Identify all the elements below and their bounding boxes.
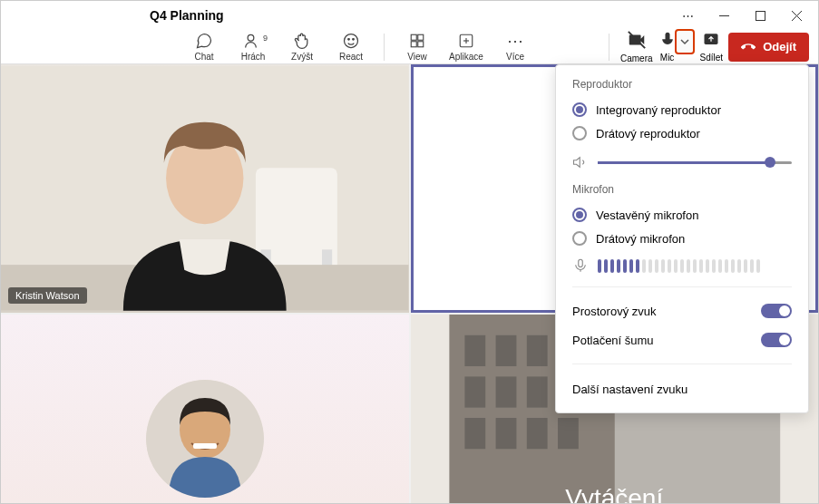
- svg-point-4: [248, 34, 254, 41]
- apps-label: Aplikace: [449, 52, 483, 62]
- chat-icon: [195, 32, 213, 50]
- mic-label: Mic: [660, 53, 675, 63]
- svg-rect-31: [464, 334, 485, 365]
- video-grid: Kristin Watson Wade Warren Ralph Edwards: [1, 64, 818, 504]
- more-options-icon[interactable]: ⋯: [669, 1, 706, 30]
- audio-settings-panel: Reproduktor Integrovaný reproduktor Drát…: [555, 64, 809, 413]
- participant-video: [1, 64, 409, 313]
- option-label: Integrovaný reproduktor: [596, 103, 721, 117]
- svg-rect-40: [495, 418, 516, 449]
- people-icon: 9: [244, 32, 262, 50]
- chevron-down-icon: [680, 37, 689, 46]
- radio-icon: [572, 231, 587, 246]
- spatial-audio-toggle-row: Prostorový zvuk: [572, 296, 792, 325]
- meeting-toolbar: Chat 9 Hrách Zvýšt React View Aplikace ⋯…: [1, 30, 818, 64]
- svg-rect-42: [558, 418, 579, 449]
- share-label: Sdílet: [700, 53, 724, 63]
- dialing-status: Vytáčení: [565, 484, 663, 504]
- view-label: View: [407, 52, 427, 62]
- svg-rect-43: [411, 315, 449, 504]
- svg-rect-28: [193, 443, 217, 449]
- svg-rect-36: [495, 376, 516, 407]
- svg-rect-35: [464, 376, 485, 407]
- mic-option-builtin[interactable]: Vestavěný mikrofon: [572, 203, 792, 227]
- maximize-button[interactable]: [742, 1, 778, 30]
- react-button[interactable]: React: [329, 32, 373, 62]
- view-button[interactable]: View: [395, 32, 439, 62]
- plus-square-icon: [458, 32, 474, 50]
- chat-label: Chat: [194, 52, 213, 62]
- meeting-title: Q4 Planning: [150, 8, 224, 23]
- toggle-label: Prostorový zvuk: [572, 305, 656, 318]
- radio-icon: [572, 126, 587, 141]
- minimize-button[interactable]: [706, 1, 742, 30]
- svg-rect-10: [411, 42, 416, 47]
- mic-icon: [658, 31, 677, 51]
- more-label: Více: [506, 52, 524, 62]
- people-button[interactable]: 9 Hrách: [231, 32, 275, 62]
- toggle-label: Potlačení šumu: [572, 334, 654, 347]
- svg-rect-32: [495, 334, 516, 365]
- people-count: 9: [263, 34, 268, 43]
- svg-point-5: [345, 34, 358, 48]
- noise-suppression-toggle[interactable]: [761, 333, 792, 347]
- radio-checked-icon: [572, 208, 587, 222]
- divider: [572, 286, 792, 287]
- speaker-icon: [572, 154, 589, 170]
- leave-button[interactable]: Odejít: [728, 33, 809, 62]
- camera-label: Camera: [620, 53, 653, 63]
- slider-thumb[interactable]: [765, 157, 775, 168]
- participant-name: Kristin Watson: [8, 287, 87, 304]
- svg-rect-11: [418, 42, 424, 47]
- svg-rect-33: [526, 334, 547, 365]
- svg-point-6: [348, 39, 350, 41]
- camera-off-icon: [627, 30, 647, 52]
- speaker-option-wired[interactable]: Drátový reproduktor: [572, 121, 792, 145]
- divider: [384, 34, 385, 61]
- mic-options-dropdown[interactable]: [675, 29, 695, 54]
- people-label: Hrách: [241, 52, 266, 62]
- spatial-audio-toggle[interactable]: [761, 304, 792, 318]
- react-label: React: [339, 52, 363, 62]
- avatar: [146, 380, 264, 498]
- raise-label: Zvýšt: [291, 52, 313, 62]
- svg-rect-8: [411, 34, 416, 40]
- option-label: Drátový reproduktor: [596, 127, 700, 141]
- svg-rect-37: [526, 376, 547, 407]
- mic-button[interactable]: Mic: [658, 31, 677, 63]
- raise-hand-button[interactable]: Zvýšt: [280, 32, 324, 62]
- emoji-icon: [342, 32, 360, 50]
- option-label: Drátový mikrofon: [596, 232, 685, 246]
- mic-level-row: [572, 257, 792, 274]
- hand-icon: [293, 32, 311, 50]
- volume-slider[interactable]: [598, 161, 792, 164]
- svg-point-7: [353, 39, 355, 41]
- speaker-heading: Reproduktor: [572, 78, 792, 91]
- apps-button[interactable]: Aplikace: [444, 32, 488, 62]
- mic-option-wired[interactable]: Drátový mikrofon: [572, 227, 792, 250]
- more-audio-settings-link[interactable]: Další nastavení zvuku: [572, 373, 792, 400]
- volume-slider-row: [572, 154, 792, 170]
- close-button[interactable]: [778, 1, 814, 30]
- svg-rect-41: [526, 418, 547, 449]
- more-button[interactable]: ⋯ Více: [493, 32, 537, 62]
- chat-button[interactable]: Chat: [182, 32, 226, 62]
- leave-label: Odejít: [763, 40, 796, 53]
- speaker-option-builtin[interactable]: Integrovaný reproduktor: [572, 98, 792, 121]
- mic-heading: Mikrofon: [572, 183, 792, 196]
- radio-checked-icon: [572, 102, 587, 117]
- mic-small-icon: [572, 257, 589, 274]
- mic-level-meter: [598, 259, 792, 273]
- option-label: Vestavěný mikrofon: [596, 208, 698, 222]
- ellipsis-icon: ⋯: [507, 32, 523, 50]
- participant-tile[interactable]: Ralph Edwards: [1, 315, 409, 504]
- share-button[interactable]: Sdílet: [700, 31, 724, 63]
- share-screen-icon: [702, 31, 720, 51]
- participant-tile[interactable]: Kristin Watson: [1, 64, 409, 313]
- svg-rect-9: [418, 34, 424, 40]
- camera-button[interactable]: Camera: [620, 30, 653, 63]
- svg-rect-45: [579, 259, 583, 267]
- svg-rect-39: [464, 418, 485, 449]
- title-bar: Q4 Planning ⋯: [1, 1, 818, 30]
- svg-rect-1: [756, 11, 765, 20]
